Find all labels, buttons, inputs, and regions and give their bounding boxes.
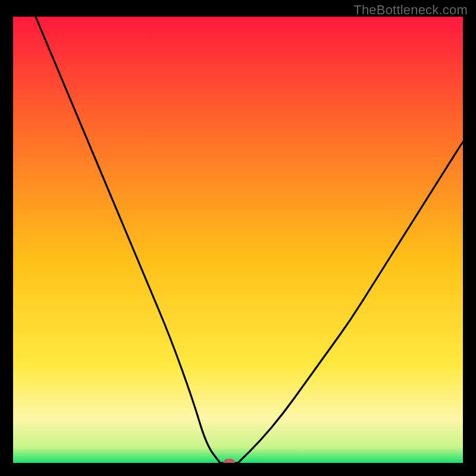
chart-frame: TheBottleneck.com — [0, 0, 476, 476]
watermark-text: TheBottleneck.com — [353, 2, 468, 18]
plot-area — [13, 17, 463, 463]
bottleneck-curve — [13, 17, 463, 463]
minimum-marker — [223, 459, 235, 463]
